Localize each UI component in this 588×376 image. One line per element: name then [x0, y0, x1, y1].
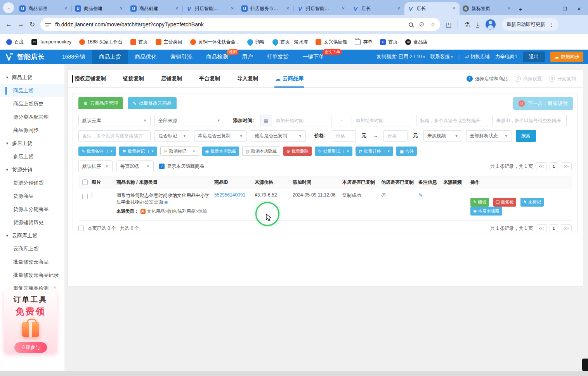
page-size-select[interactable]: 每页20条▼	[116, 160, 154, 172]
tab-close-icon[interactable]: ×	[396, 6, 401, 11]
merge-button[interactable]: ▣合并	[396, 147, 416, 156]
row-checkbox[interactable]	[82, 194, 88, 199]
price-min-input[interactable]	[332, 130, 356, 142]
sidebar-group-supply-distribution[interactable]: ▼货源分销	[0, 163, 64, 176]
show-hidden-checkbox[interactable]: ✓	[159, 164, 165, 169]
unmarked-button[interactable]: ⚑未标记	[520, 198, 544, 207]
note-filter-input[interactable]	[78, 130, 151, 142]
browser-tab[interactable]: U商品创建×	[127, 2, 182, 15]
bookmark-cundan[interactable]: 存单	[355, 39, 372, 45]
zoom-icon[interactable]	[409, 22, 413, 27]
sidebar-item-upload-history[interactable]: 商品上货历史	[0, 97, 64, 110]
tab-close-icon[interactable]: ×	[63, 6, 68, 11]
tab-close-icon[interactable]: ×	[285, 6, 290, 11]
prev-page-button[interactable]: <<	[536, 162, 547, 170]
browser-tab[interactable]: V抖店智能…×	[183, 2, 238, 15]
sidebar-item-batch-edit-records[interactable]: 批量修改云商品记录	[0, 269, 64, 282]
cloud-library-manage-button[interactable]: ⚙云商品库管理	[78, 97, 123, 109]
back-button[interactable]: ←	[5, 21, 12, 28]
forward-button[interactable]: →	[17, 21, 24, 28]
tab-close-icon[interactable]: ×	[341, 6, 346, 11]
product-id-link[interactable]: 552956140091	[214, 192, 245, 198]
sort-order-select[interactable]: 默认排序▼	[78, 160, 113, 172]
browser-tab[interactable]: V店长×	[349, 2, 404, 15]
new-tab-button[interactable]: +	[515, 6, 526, 15]
edit-button[interactable]: ✎编辑	[470, 198, 489, 207]
product-thumbnail[interactable]	[92, 192, 92, 198]
tab-platform-copy[interactable]: 平台复制	[198, 70, 221, 87]
sidebar-item-product-upload[interactable]: 商品上货	[0, 84, 64, 97]
sidebar-item-source-sync[interactable]: 商品源同步	[0, 124, 64, 137]
sidebar-item-stock-history[interactable]: 货源铺货历史	[0, 216, 64, 229]
batch-mark-button[interactable]: ⚑批量标记▼	[119, 147, 157, 156]
browser-update-button[interactable]: 重新启动即可更新 ⋮	[502, 18, 559, 31]
bookmark-home-taobao[interactable]: 首页	[130, 39, 148, 45]
cancel-hide-button[interactable]: ◎取消本店隐藏	[242, 147, 280, 156]
switch-shop[interactable]: ⇄ 切换店铺	[465, 53, 490, 60]
tab-search-chevron-icon[interactable]: ⌄	[3, 2, 14, 13]
bookmark-baidu[interactable]: 百度	[6, 39, 24, 45]
promo-close-icon[interactable]: ×	[53, 285, 56, 290]
url-bar[interactable]: fb.dddz.jiancent.com/move/batch/target?c…	[40, 18, 440, 31]
browser-tab-active[interactable]: V店长×	[404, 2, 460, 15]
source-id-filter-input[interactable]	[492, 115, 567, 126]
page-number-button[interactable]: 1	[550, 162, 558, 170]
data-sync-button[interactable]: ☁数据同步	[550, 52, 583, 62]
corner-scroll-widget[interactable]	[582, 359, 588, 371]
bookmark-tampermonkey[interactable]: ▪▪Tampermonkey	[31, 39, 71, 45]
next-page-button[interactable]: >>	[561, 162, 572, 170]
sidebar-item-distribution-stock[interactable]: 货源分销铺货	[0, 176, 64, 190]
batch-retry-button[interactable]: ↻批量重试▼	[315, 147, 352, 156]
copy-icon[interactable]: ▣	[164, 200, 168, 204]
browser-tab[interactable]: ⊕新标签页×	[460, 2, 515, 15]
title-filter-input[interactable]	[416, 115, 488, 126]
window-close-button[interactable]: ✕	[577, 6, 581, 12]
bookmark-wenxing-supply[interactable]: 文兴供应链	[316, 39, 347, 45]
start-time-input[interactable]	[272, 115, 331, 126]
other-copied-select[interactable]: 他店是否已复制▼	[251, 130, 306, 142]
source-select[interactable]: 全部来源▼	[154, 115, 224, 126]
bookmark-food-shop[interactable]: ⊕食品店	[405, 39, 427, 45]
sidebar-item-multi-shop-upload[interactable]: 多店上货	[0, 150, 64, 163]
batch-migrate-button[interactable]: ⇄批量迁移▼	[356, 147, 393, 156]
sidebar-item-supply-products[interactable]: 货源商品	[0, 190, 64, 203]
bookmark-jushuitan[interactable]: 首页 - 聚水潭	[272, 39, 308, 45]
bookmark-yunha[interactable]: 韵哈	[247, 39, 265, 45]
tab-authorized-shop-copy[interactable]: 授权店铺复制	[74, 70, 107, 87]
batch-hide-button[interactable]: ◉批量本店隐藏	[202, 147, 239, 156]
download-icon[interactable]: ↓	[476, 21, 479, 28]
browser-tab[interactable]: V抖店智能…×	[294, 2, 349, 15]
end-time-input[interactable]	[352, 115, 412, 126]
sidebar-group-product-upload[interactable]: ▼商品上货	[0, 71, 64, 84]
batch-edit-cloud-button[interactable]: ✎批量修改云商品	[128, 97, 177, 109]
tab-link-copy[interactable]: 链接复制	[122, 70, 145, 87]
nav-item-1688-distribution[interactable]: 1688分销	[55, 50, 92, 64]
cloud-library-select[interactable]: 默认云库▼	[78, 115, 151, 126]
window-minimize-button[interactable]: –	[550, 6, 553, 12]
tab-shop-copy[interactable]: 店铺复制	[160, 70, 183, 87]
bookmark-brass-titanium[interactable]: 黄铜一体化钛合金...	[190, 39, 239, 45]
edit-note-icon[interactable]: ✎	[418, 192, 423, 198]
tab-close-icon[interactable]: ×	[451, 6, 456, 11]
extensions-icon[interactable]: ◳	[446, 21, 451, 28]
url-text[interactable]: fb.dddz.jiancent.com/move/batch/target?c…	[55, 21, 404, 28]
bookmark-star-icon[interactable]: ☆	[430, 21, 435, 28]
cancel-mark-button[interactable]: ⚐取消标记▼	[160, 147, 199, 156]
flask-icon[interactable]: ⚗	[464, 21, 470, 28]
sidebar-item-batch-edit-cloud[interactable]: 批量修改云商品	[0, 255, 64, 269]
not-hidden-button[interactable]: ◉本店未隐藏	[470, 207, 502, 216]
batch-delete-button[interactable]: ⊗批量删除	[283, 147, 312, 156]
nav-item-product-optimize[interactable]: 商品优化	[128, 50, 163, 64]
profile-avatar[interactable]	[486, 19, 496, 29]
promo-join-button[interactable]: 立即参与	[14, 342, 47, 353]
logout-button[interactable]: 退出	[523, 52, 545, 62]
duplicate-check-button[interactable]: ❏重复检	[493, 198, 517, 207]
batch-note-button[interactable]: ✎批量备注▼	[78, 147, 116, 156]
select-all-checkbox[interactable]	[82, 179, 88, 185]
tab-import-copy[interactable]: 导入复制	[236, 70, 259, 87]
eye-off-icon[interactable]: ∅	[419, 21, 424, 28]
next-page-button[interactable]: >>	[561, 224, 572, 232]
tab-cloud-product-library[interactable]: ☁云商品库	[274, 70, 304, 87]
product-title[interactable]: 圆形竹签筒励志创意时尚收纳文化用品中小学生毕业礼物办公室桌面▣	[116, 192, 210, 206]
browser-tab[interactable]: U商品创建×	[72, 2, 127, 15]
